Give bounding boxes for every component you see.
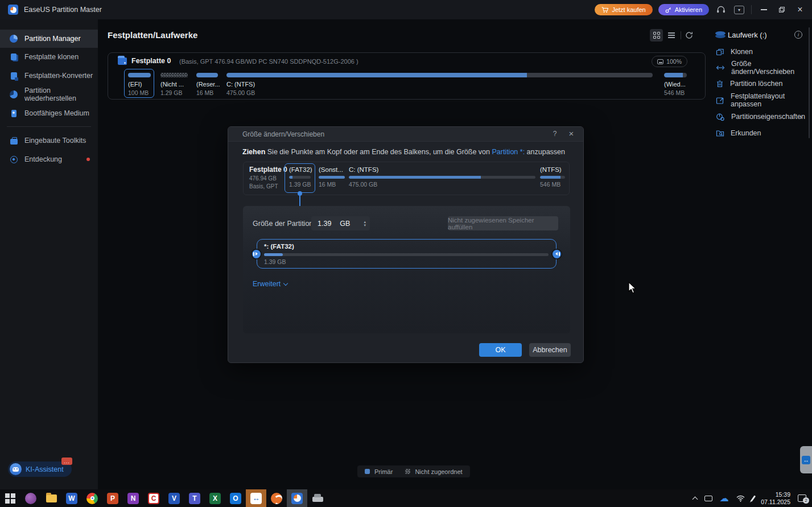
taskbar-app-explorer[interactable]: [41, 489, 61, 507]
size-stepper[interactable]: ▴ ▾: [364, 220, 366, 227]
sidebar-item-disk-converter[interactable]: Festplatten-Konverter: [0, 67, 98, 85]
caret-down-icon: ▾: [738, 7, 740, 13]
hidden-icons-chevron[interactable]: [692, 496, 698, 502]
info-icon[interactable]: i: [794, 31, 802, 39]
taskbar-app-purple[interactable]: [20, 489, 41, 507]
partition-tile-reserved[interactable]: (Reser... 16 MB: [196, 73, 220, 96]
size-value: 1.39: [318, 220, 331, 228]
list-view-button[interactable]: [665, 29, 678, 42]
advanced-toggle[interactable]: Erweitert: [253, 280, 287, 288]
partition-tile-efi[interactable]: (EFI) 100 MB: [128, 73, 151, 96]
cancel-button[interactable]: Abbrechen: [529, 343, 571, 357]
partition-bar-track: [349, 176, 535, 179]
help-icon[interactable]: ?: [550, 130, 559, 138]
partition-label: (Nicht ...: [160, 81, 188, 88]
menu-item-clone[interactable]: Klonen: [711, 45, 808, 59]
taskbar-app-chrome[interactable]: [82, 489, 102, 507]
partition-size: 475.00 GB: [349, 181, 535, 188]
buy-now-button[interactable]: Jetzt kaufen: [595, 4, 652, 15]
dialog-partition-fat32[interactable]: (FAT32) 1.39 GB: [289, 166, 312, 188]
sidebar-item-discovery[interactable]: Entdeckung: [0, 150, 98, 168]
taskbar-app-powerpoint[interactable]: P: [102, 489, 123, 507]
right-resize-handle[interactable]: [553, 250, 561, 258]
teamviewer-edge-widget[interactable]: ↔: [800, 446, 812, 473]
partition-size-input[interactable]: 1.39 GB ▴ ▾: [311, 216, 370, 230]
partition-recovery-icon: [9, 90, 18, 99]
menu-item-explore[interactable]: Erkunden: [711, 126, 808, 140]
properties-icon: [716, 113, 725, 121]
kebab-menu-icon[interactable]: ⋮: [186, 31, 193, 39]
menu-item-partition-properties[interactable]: Partitionseigenschaften: [711, 110, 808, 123]
minimize-button[interactable]: [757, 3, 770, 16]
toolbar-divider: [681, 31, 681, 39]
resize-track: [264, 253, 549, 256]
taskbar-clock[interactable]: 15:39 07.11.2025: [761, 491, 790, 505]
cart-icon: [601, 7, 608, 13]
ok-button[interactable]: OK: [479, 343, 522, 357]
taskbar-app-easeus-orange[interactable]: [266, 489, 287, 507]
fill-unallocated-button[interactable]: Nicht zugewiesenen Speicher auffüllen: [448, 216, 558, 230]
dialog-partition-other[interactable]: (Sonst... 16 MB: [319, 166, 345, 188]
chrome-icon: [86, 493, 98, 504]
dialog-disk-size: 476.94 GB: [249, 175, 287, 182]
sidebar-item-partition-manager[interactable]: Partition Manager: [0, 30, 98, 48]
menu-item-resize-move[interactable]: Größe ändern/Verschieben: [711, 61, 808, 75]
dialog-partition-ntfs[interactable]: (NTFS) 546 MB: [540, 166, 565, 188]
menu-dropdown-button[interactable]: ▾: [733, 3, 745, 16]
easeus-orange-icon: [271, 493, 282, 504]
partition-tile-unallocated[interactable]: (Nicht ... 1.29 GB: [160, 73, 188, 96]
taskbar-app-scanner[interactable]: [307, 489, 328, 507]
taskbar-app-word[interactable]: W: [61, 489, 82, 507]
dialog-partition-c[interactable]: C: (NTFS) 475.00 GB: [349, 166, 535, 188]
partition-bar-fill: [664, 73, 683, 77]
ai-assistant-button[interactable]: KI-Assistent ...: [8, 461, 72, 477]
new-badge-dot: [86, 158, 90, 161]
refresh-button[interactable]: [682, 29, 695, 42]
sidebar-item-bootable-media[interactable]: Bootfähiges Medium: [0, 104, 98, 122]
partition-tile-recovery[interactable]: (Wied... 546 MB: [664, 73, 687, 96]
onedrive-cloud-icon[interactable]: ☁: [720, 494, 729, 503]
taskbar-app-visio[interactable]: V: [164, 489, 184, 507]
left-resize-handle[interactable]: [252, 250, 261, 258]
taskbar-app-teams[interactable]: T: [184, 489, 205, 507]
partition-label: (EFI): [128, 81, 151, 88]
resize-fill: [264, 253, 283, 256]
menu-item-adjust-disk-layout[interactable]: Festplattenlayout anpassen: [711, 93, 808, 107]
dialog-close-icon[interactable]: ×: [566, 129, 576, 138]
grid-view-button[interactable]: [650, 29, 663, 42]
unallocated-legend-label: Nicht zugeordnet: [415, 468, 462, 475]
partition-tile-c[interactable]: C: (NTFS) 475.00 GB: [226, 73, 653, 96]
taskbar-app-teamviewer[interactable]: ↔: [246, 489, 266, 507]
notification-center-icon[interactable]: 2: [798, 494, 806, 502]
disk-details: (Basis, GPT 476.94 GB/WD PC SN740 SDDPNQ…: [179, 58, 358, 65]
restore-button[interactable]: [776, 3, 788, 16]
wifi-icon[interactable]: [736, 495, 745, 502]
sidebar-item-builtin-toolkits[interactable]: Eingebaute Toolkits: [0, 131, 98, 150]
support-headset-icon[interactable]: [715, 3, 727, 16]
taskbar-app-onenote[interactable]: N: [123, 489, 143, 507]
menu-item-label: Größe ändern/Verschieben: [731, 60, 808, 76]
scanner-icon: [312, 497, 323, 502]
grid-view-icon: [653, 32, 660, 39]
close-button[interactable]: ×: [794, 3, 806, 16]
sidebar-item-partition-recovery[interactable]: Partition wiederherstellen: [0, 85, 98, 104]
taskbar-app-outlook[interactable]: O: [225, 489, 246, 507]
resize-slider[interactable]: *: (FAT32) 1.39 GB: [257, 239, 557, 269]
pen-icon[interactable]: [751, 495, 756, 501]
trash-icon: [716, 80, 724, 88]
taskbar-app-excel[interactable]: X: [205, 489, 225, 507]
instruction-text: Sie die Punkte am Kopf oder am Ende des …: [265, 148, 492, 156]
partition-bar: [319, 176, 345, 179]
menu-item-delete-partition[interactable]: Partition löschen: [711, 77, 808, 90]
partition-label: (Wied...: [664, 81, 687, 88]
list-view-icon: [668, 31, 675, 39]
start-button[interactable]: [0, 489, 20, 507]
taskbar-app-easeus-partition-master[interactable]: [287, 489, 307, 507]
sidebar-item-clone-disk[interactable]: Festplatte klonen: [0, 48, 98, 66]
partition-link[interactable]: Partition *:: [492, 148, 525, 156]
tablet-icon[interactable]: [704, 496, 712, 501]
right-panel-scrollbar[interactable]: [809, 27, 810, 138]
taskbar-app-corel[interactable]: C: [143, 489, 164, 507]
page-title: Festplatten/Laufwerke: [108, 30, 197, 40]
activate-button[interactable]: Aktivieren: [658, 4, 709, 15]
